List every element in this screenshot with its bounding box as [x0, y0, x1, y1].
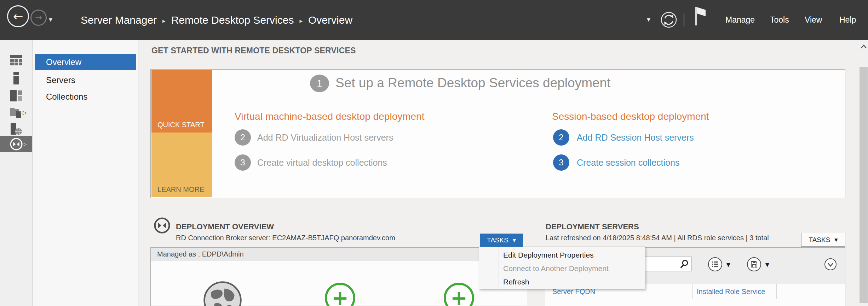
local-server-icon [13, 72, 20, 84]
vm-step2-badge: 2 [235, 129, 251, 146]
menu-help[interactable]: Help [839, 0, 856, 40]
topbar: ← → ▼ Server Manager ▸ Remote Desktop Se… [0, 0, 868, 40]
rail-item-web-server[interactable] [0, 121, 32, 137]
sidenav-item-collections[interactable]: Collections [35, 88, 136, 105]
notifications-flag-button[interactable] [694, 6, 706, 27]
column-header-installed-role-service[interactable]: Installed Role Service [697, 284, 765, 299]
rail-item-remote-desktop-services[interactable]: ▷ [0, 136, 32, 152]
breadcrumb: Server Manager ▸ Remote Desktop Services… [81, 0, 352, 40]
rds-deployment-badge [154, 217, 171, 234]
deployment-overview-tasks-button[interactable]: TASKS ▼ [480, 234, 523, 247]
managed-as-label: Managed as : EDPD\Admin [157, 250, 244, 258]
filter-caret[interactable]: ▼ [726, 262, 730, 267]
menu-manage[interactable]: Manage [725, 0, 755, 40]
column-separator [776, 284, 777, 299]
history-dropdown-caret[interactable]: ▼ [49, 17, 52, 22]
rail-item-file-storage[interactable]: ▷ [0, 105, 32, 121]
deployment-overview-panel: Managed as : EDPD\Admin + + [150, 247, 527, 306]
plus-icon: + [450, 288, 468, 306]
deployment-servers-subtitle: Last refreshed on 4/18/2025 8:48:54 AM |… [546, 234, 793, 242]
rail-item-local-server[interactable] [0, 70, 32, 86]
session-deployment-heading: Session-based desktop deployment [552, 111, 709, 122]
managed-as-bar: Managed as : EDPD\Admin [151, 248, 527, 261]
session-step2-badge: 2 [553, 129, 569, 146]
rail-item-dashboard[interactable] [0, 52, 32, 69]
refresh-dropdown-caret[interactable]: ▼ [647, 17, 650, 22]
icon-rail: ▷ ▷ [0, 40, 33, 306]
scroll-up-button[interactable] [859, 40, 868, 53]
vm-step3-label: Create virtual desktop collections [257, 154, 387, 171]
flag-icon [694, 6, 706, 27]
vertical-scrollbar[interactable] [859, 40, 868, 306]
menu-item-connect-to-another-deployment[interactable]: Connect to Another Deployment [503, 262, 609, 275]
dashboard-icon [10, 55, 23, 66]
vm-step3-badge: 3 [235, 154, 251, 171]
scrollbar-thumb[interactable] [860, 67, 868, 303]
learn-more-tab-label: LEARN MORE [157, 186, 204, 194]
refresh-button[interactable] [660, 11, 677, 28]
breadcrumb-separator-icon: ▸ [162, 17, 166, 24]
collapse-section-button[interactable] [824, 258, 837, 272]
tasks-button-label: TASKS [487, 236, 508, 244]
sidenav-item-servers[interactable]: Servers [35, 72, 136, 88]
rail-item-all-servers[interactable] [0, 88, 32, 104]
expand-arrow-icon[interactable]: ▷ [23, 110, 27, 116]
learn-more-tab[interactable]: LEARN MORE [151, 133, 212, 197]
add-rd-session-host-link[interactable]: Add RD Session Host servers [577, 129, 694, 146]
menu-view[interactable]: View [805, 0, 822, 40]
back-arrow-icon: ← [13, 9, 23, 23]
list-filter-icon [708, 257, 723, 272]
rds-icon [154, 217, 171, 234]
tasks-dropdown-menu: Edit Deployment Properties Connect to An… [479, 247, 645, 289]
file-storage-icon [10, 107, 23, 119]
all-servers-icon [10, 90, 23, 102]
breadcrumb-separator-icon: ▸ [299, 17, 303, 24]
quick-start-tab-label: QUICK START [157, 121, 205, 129]
menu-item-edit-deployment-properties[interactable]: Edit Deployment Properties [503, 248, 594, 262]
rds-icon [10, 137, 23, 151]
menu-gutter-divider [499, 247, 499, 289]
breadcrumb-overview: Overview [308, 14, 352, 26]
globe-icon [203, 281, 242, 306]
save-query-button[interactable] [747, 257, 761, 273]
chevron-down-icon [824, 258, 837, 271]
create-session-collections-link[interactable]: Create session collections [577, 154, 679, 171]
forward-button[interactable]: → [30, 10, 47, 26]
side-nav: Overview Servers Collections [33, 40, 138, 306]
vm-step2-label: Add RD Virtualization Host servers [257, 129, 393, 146]
column-separator [692, 284, 693, 299]
step1-number-badge: 1 [310, 75, 329, 92]
sidenav-item-overview[interactable]: Overview [35, 54, 136, 70]
breadcrumb-rds[interactable]: Remote Desktop Services [171, 14, 294, 26]
get-started-section-title: GET STARTED WITH REMOTE DESKTOP SERVICES [151, 46, 356, 55]
deployment-overview-title: DEPLOYMENT OVERVIEW [176, 222, 274, 231]
deployment-overview-subtitle: RD Connection Broker server: EC2AMAZ-B5T… [176, 234, 395, 242]
session-step3-badge: 3 [553, 154, 569, 171]
breadcrumb-server-manager[interactable]: Server Manager [81, 14, 157, 26]
web-server-globe-icon [10, 123, 22, 135]
forward-arrow-icon: → [35, 13, 42, 23]
caret-down-icon: ▼ [834, 237, 838, 242]
tasks-button-label: TASKS [809, 236, 830, 244]
add-rd-session-host-node[interactable]: + [444, 283, 474, 306]
filter-button[interactable] [708, 257, 723, 273]
chevron-up-icon [861, 45, 867, 49]
menu-tools[interactable]: Tools [770, 0, 789, 40]
expand-arrow-icon[interactable]: ▷ [23, 141, 27, 147]
rd-web-access-node[interactable] [203, 281, 242, 306]
topbar-divider [684, 13, 684, 27]
step1-title: Set up a Remote Desktop Services deploym… [335, 76, 610, 90]
add-rd-virtualization-host-node[interactable]: + [325, 283, 355, 306]
save-icon [747, 257, 761, 272]
refresh-icon [660, 11, 677, 28]
vm-deployment-heading: Virtual machine-based desktop deployment [235, 111, 424, 122]
plus-icon: + [332, 288, 349, 306]
quick-start-tab[interactable]: QUICK START [151, 70, 212, 133]
search-icon [679, 259, 689, 270]
caret-down-icon: ▼ [513, 238, 516, 243]
menu-item-refresh[interactable]: Refresh [503, 275, 529, 289]
back-button[interactable]: ← [7, 5, 29, 27]
deployment-servers-title: DEPLOYMENT SERVERS [546, 222, 639, 231]
deployment-servers-tasks-button[interactable]: TASKS ▼ [801, 233, 845, 247]
save-caret[interactable]: ▼ [765, 262, 769, 267]
